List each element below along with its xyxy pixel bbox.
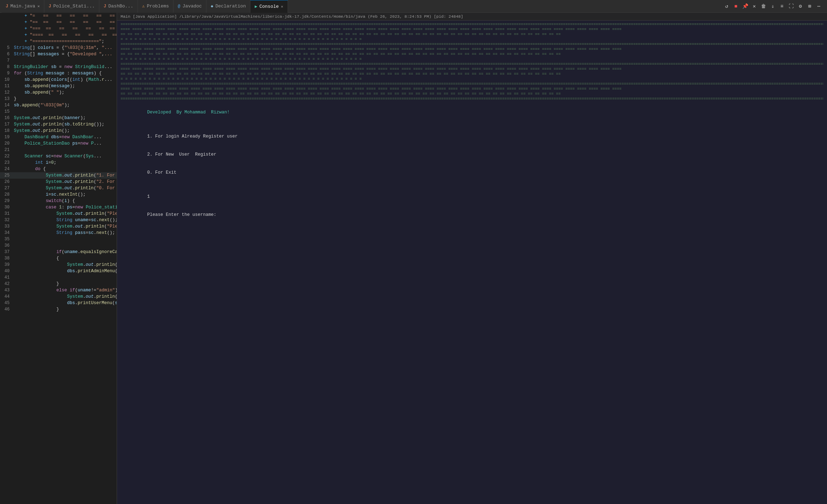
maximize-btn[interactable]: ⛶: [787, 2, 795, 10]
code-line: 13 }: [0, 96, 117, 102]
code-line: 7: [0, 57, 117, 64]
code-line: 39 System.out.println(ps.AdminLogin(unam…: [0, 262, 117, 268]
code-line: 21: [0, 147, 117, 153]
word-wrap-btn[interactable]: ≡: [778, 2, 786, 10]
console-equals-block: ========================================…: [121, 22, 823, 101]
problems-icon: ⚠: [142, 4, 145, 9]
close-console-btn[interactable]: ✕: [750, 2, 758, 10]
code-line: 34 String pass=sc.next();: [0, 230, 117, 236]
java-icon-3: J: [104, 4, 106, 9]
tab-label-declaration: Declaration: [215, 4, 246, 9]
tab-close-console[interactable]: ✕: [281, 4, 283, 9]
console-header: Main [Java Application] /Library/Java/Ja…: [117, 13, 827, 21]
tab-label-main-java: Main.java: [10, 4, 35, 9]
layout-btn[interactable]: ⊞: [806, 2, 814, 10]
code-line: 25 System.out.println("1. For login Alre…: [0, 172, 117, 179]
code-line: + "=========================";: [0, 38, 117, 45]
tab-bar: J Main.java ✕ J Police_Stati... J DashBo…: [0, 0, 827, 13]
code-line: 41: [0, 274, 117, 281]
code-line: + "= == == == == == == =": [0, 13, 117, 19]
code-line: 43 else if(uname!="admin") {: [0, 287, 117, 293]
gear-icon[interactable]: ⚙: [797, 2, 804, 10]
console-header-text: Main [Java Application] /Library/Java/Ja…: [121, 14, 463, 19]
code-lines: + "= == == == == == == =" + "== == == ==…: [0, 13, 117, 313]
tab-dashboard[interactable]: J DashBo...: [99, 0, 138, 13]
code-line: + "== == == == == == == ==": [0, 19, 117, 26]
console-output[interactable]: ========================================…: [117, 21, 827, 504]
code-line: 33 System.out.println("Please Enter pass…: [0, 223, 117, 230]
code-line: 45 dbs.printUserMenu(sc);: [0, 300, 117, 306]
code-line: 11 sb.append(message);: [0, 83, 117, 89]
code-line: + "=== == == == == == == ===": [0, 26, 117, 32]
more-btn[interactable]: ⋯: [815, 2, 823, 10]
tab-label-dashboard: DashBo...: [108, 4, 133, 9]
code-line: 42 }: [0, 281, 117, 287]
tab-problems[interactable]: ⚠ Problems: [138, 0, 174, 13]
code-line: 20 Police_StationDao ps=new P...: [0, 140, 117, 147]
java-icon: J: [6, 4, 8, 9]
console-prompt: Please Enter the username:: [121, 206, 823, 224]
code-line: 22 Scanner sc=new Scanner(Sys...: [0, 153, 117, 159]
tab-label-console: Console: [259, 4, 279, 9]
tab-label-javadoc: Javadoc: [183, 4, 202, 9]
code-line: 30 case 1: ps=new Police_stationDaoImpl(…: [0, 204, 117, 211]
console-panel: Main [Java Application] /Library/Java/Ja…: [117, 13, 827, 504]
scroll-lock-btn[interactable]: ⇓: [769, 2, 777, 10]
code-line: 27 System.out.println("0. For Exit ");: [0, 185, 117, 191]
tab-console[interactable]: ▶ Console ✕: [250, 0, 288, 13]
java-icon-2: J: [49, 4, 51, 9]
code-line: 32 String uname=sc.next();: [0, 217, 117, 223]
code-line: 9 for (String message : messages) {: [0, 70, 117, 77]
code-line: 35: [0, 236, 117, 242]
code-line: 8 StringBuilder sb = new StringBuild...: [0, 64, 117, 70]
code-line: 24 do {: [0, 166, 117, 172]
restart-btn[interactable]: ↺: [723, 2, 731, 10]
code-line: 44 System.out.println(ps.psLogin(uname, …: [0, 293, 117, 300]
code-line: 16 System.out.println(banner);: [0, 115, 117, 121]
tab-declaration[interactable]: ◈ Declaration: [206, 0, 250, 13]
code-line: + "==== == == == == == == ====": [0, 32, 117, 38]
console-developed-line: Developed By Mohammad Rizwan!: [121, 103, 823, 122]
code-line: 31 System.out.println("Please Enter the …: [0, 211, 117, 217]
console-menu-3: 0. For Exit: [121, 164, 823, 182]
tab-close-main-java[interactable]: ✕: [37, 4, 40, 9]
code-line: 38 {: [0, 255, 117, 262]
tab-javadoc[interactable]: @ Javadoc: [173, 0, 206, 13]
code-line: 12 sb.append(" ");: [0, 89, 117, 96]
code-line: 18 System.out.println();: [0, 128, 117, 134]
code-panel: + "= == == == == == == =" + "== == == ==…: [0, 13, 117, 504]
tab-label-problems: Problems: [147, 4, 169, 9]
tab-label-police: Police_Stati...: [53, 4, 95, 9]
console-icon: ▶: [255, 4, 257, 9]
code-line: 28 i=sc.nextInt();: [0, 191, 117, 198]
toolbar-right: ↺ ■ 📌 ✕ 🗑 ⇓ ≡ ⛶ ⚙ ⊞ ⋯: [723, 2, 826, 10]
code-line: 5 String[] colors = {"\033[0;31m", "...: [0, 45, 117, 51]
code-line: 37 if(uname.equalsIgnoreCase("admin")&& …: [0, 249, 117, 255]
pin-btn[interactable]: 📌: [741, 2, 749, 10]
code-line: 19 DashBoard dbs=new DashBoar...: [0, 134, 117, 140]
code-line: 6 String[] messages = {"Developed ",...: [0, 51, 117, 57]
javadoc-icon: @: [178, 4, 180, 9]
code-line: 46 }: [0, 306, 117, 313]
code-line: 36: [0, 242, 117, 249]
code-line: 26 System.out.println("2. For New User R…: [0, 179, 117, 185]
code-line: 23 int i=0;: [0, 159, 117, 166]
console-menu-2: 2. For New User Register: [121, 146, 823, 164]
stop-btn[interactable]: ■: [732, 2, 740, 10]
code-line: 10 sb.append(colors[(int) (Math.r...: [0, 77, 117, 83]
code-line: 17 System.out.println(sb.toString());: [0, 121, 117, 128]
declaration-icon: ◈: [211, 4, 213, 9]
main-content: + "= == == == == == == =" + "== == == ==…: [0, 13, 827, 504]
clear-btn[interactable]: 🗑: [760, 2, 767, 10]
tab-police-station[interactable]: J Police_Stati...: [44, 0, 99, 13]
tab-main-java[interactable]: J Main.java ✕: [1, 0, 44, 13]
code-line: 15: [0, 108, 117, 115]
code-line: 40 dbs.printAdminMenu(sc);: [0, 268, 117, 274]
console-menu-1: 1. For login Already Register user: [121, 128, 823, 146]
code-line: 29 switch(i) {: [0, 198, 117, 204]
code-line: 14 sb.append("\033[0m");: [0, 102, 117, 108]
console-choice: 1: [121, 188, 823, 206]
